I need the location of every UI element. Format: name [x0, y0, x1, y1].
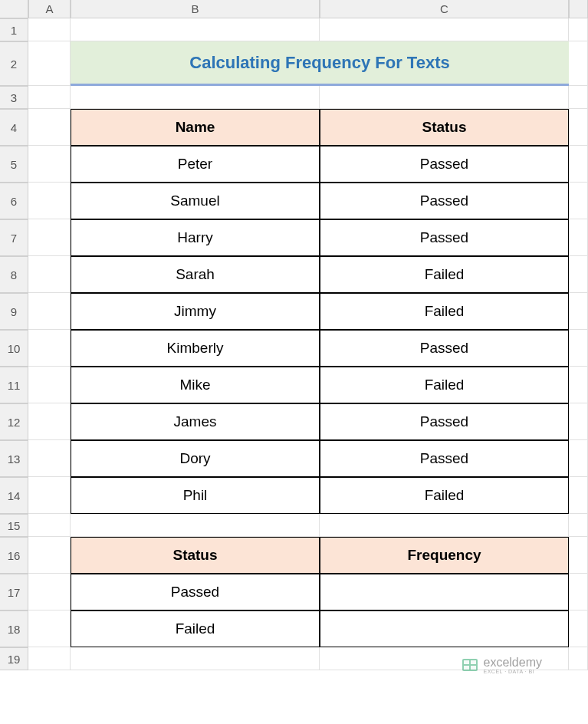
cell-D9[interactable] — [569, 293, 588, 330]
cell-A10[interactable] — [28, 330, 71, 367]
cell-A6[interactable] — [28, 183, 71, 219]
table-row[interactable]: Passed — [320, 440, 569, 477]
cell-A11[interactable] — [28, 367, 71, 403]
col-header-A[interactable]: A — [28, 0, 71, 18]
cell-D14[interactable] — [569, 477, 588, 514]
table-row[interactable]: Samuel — [71, 183, 320, 219]
table-row[interactable]: Passed — [71, 574, 320, 610]
table-row[interactable]: Sarah — [71, 256, 320, 293]
cell-B19[interactable] — [71, 647, 320, 670]
table-row[interactable]: Passed — [320, 403, 569, 440]
cell-A4[interactable] — [28, 109, 71, 146]
cell-D10[interactable] — [569, 330, 588, 367]
table-row[interactable]: Passed — [320, 330, 569, 367]
cell-D16[interactable] — [569, 537, 588, 574]
row-header-7[interactable]: 7 — [0, 219, 28, 256]
row-header-6[interactable]: 6 — [0, 183, 28, 219]
table-row[interactable]: Kimberly — [71, 330, 320, 367]
cell-A9[interactable] — [28, 293, 71, 330]
table-row[interactable]: Failed — [320, 256, 569, 293]
table1-header-name[interactable]: Name — [71, 109, 320, 146]
table-row[interactable]: Passed — [320, 219, 569, 256]
table-row[interactable]: Mike — [71, 367, 320, 403]
row-header-12[interactable]: 12 — [0, 403, 28, 440]
row-header-14[interactable]: 14 — [0, 477, 28, 514]
select-all-corner[interactable] — [0, 0, 28, 18]
cell-B3[interactable] — [71, 86, 320, 109]
cell-D6[interactable] — [569, 183, 588, 219]
table1-header-status[interactable]: Status — [320, 109, 569, 146]
cell-A7[interactable] — [28, 219, 71, 256]
row-header-4[interactable]: 4 — [0, 109, 28, 146]
col-header-B[interactable]: B — [71, 0, 320, 18]
table2-header-status[interactable]: Status — [71, 537, 320, 574]
cell-B1[interactable] — [71, 18, 320, 41]
cell-A18[interactable] — [28, 610, 71, 647]
cell-A16[interactable] — [28, 537, 71, 574]
cell-D13[interactable] — [569, 440, 588, 477]
cell-C1[interactable] — [320, 18, 569, 41]
cell-D1[interactable] — [569, 18, 588, 41]
row-header-9[interactable]: 9 — [0, 293, 28, 330]
row-header-8[interactable]: 8 — [0, 256, 28, 293]
cell-D17[interactable] — [569, 574, 588, 610]
table-row[interactable]: Dory — [71, 440, 320, 477]
table-row[interactable]: Passed — [320, 183, 569, 219]
table-row[interactable]: Jimmy — [71, 293, 320, 330]
cell-D19[interactable] — [569, 647, 588, 670]
table-row[interactable]: Failed — [320, 367, 569, 403]
cell-A1[interactable] — [28, 18, 71, 41]
table2-header-frequency[interactable]: Frequency — [320, 537, 569, 574]
cell-D2[interactable] — [569, 41, 588, 86]
row-header-11[interactable]: 11 — [0, 367, 28, 403]
cell-D7[interactable] — [569, 219, 588, 256]
row-header-18[interactable]: 18 — [0, 610, 28, 647]
row-header-15[interactable]: 15 — [0, 514, 28, 537]
cell-C15[interactable] — [320, 514, 569, 537]
cell-A12[interactable] — [28, 403, 71, 440]
table-row[interactable] — [320, 574, 569, 610]
svg-rect-2 — [471, 660, 476, 664]
watermark-main: exceldemy — [484, 657, 542, 669]
cell-A15[interactable] — [28, 514, 71, 537]
row-header-3[interactable]: 3 — [0, 86, 28, 109]
cell-D5[interactable] — [569, 146, 588, 183]
row-header-2[interactable]: 2 — [0, 41, 28, 86]
table-row[interactable]: James — [71, 403, 320, 440]
row-header-19[interactable]: 19 — [0, 647, 28, 670]
cell-D3[interactable] — [569, 86, 588, 109]
col-header-extra[interactable] — [569, 0, 588, 18]
table-row[interactable] — [320, 610, 569, 647]
row-header-16[interactable]: 16 — [0, 537, 28, 574]
cell-D12[interactable] — [569, 403, 588, 440]
cell-A5[interactable] — [28, 146, 71, 183]
cell-A2[interactable] — [28, 41, 71, 86]
row-header-1[interactable]: 1 — [0, 18, 28, 41]
table-row[interactable]: Harry — [71, 219, 320, 256]
cell-D11[interactable] — [569, 367, 588, 403]
table-row[interactable]: Peter — [71, 146, 320, 183]
cell-D4[interactable] — [569, 109, 588, 146]
title-cell[interactable]: Calculating Frequency For Texts — [71, 41, 569, 86]
table-row[interactable]: Failed — [71, 610, 320, 647]
table-row[interactable]: Failed — [320, 477, 569, 514]
cell-A19[interactable] — [28, 647, 71, 670]
cell-A14[interactable] — [28, 477, 71, 514]
table-row[interactable]: Passed — [320, 146, 569, 183]
cell-D8[interactable] — [569, 256, 588, 293]
row-header-13[interactable]: 13 — [0, 440, 28, 477]
row-header-17[interactable]: 17 — [0, 574, 28, 610]
row-header-5[interactable]: 5 — [0, 146, 28, 183]
table-row[interactable]: Phil — [71, 477, 320, 514]
cell-A3[interactable] — [28, 86, 71, 109]
table-row[interactable]: Failed — [320, 293, 569, 330]
col-header-C[interactable]: C — [320, 0, 569, 18]
cell-D18[interactable] — [569, 610, 588, 647]
cell-C3[interactable] — [320, 86, 569, 109]
cell-B15[interactable] — [71, 514, 320, 537]
cell-D15[interactable] — [569, 514, 588, 537]
cell-A17[interactable] — [28, 574, 71, 610]
cell-A8[interactable] — [28, 256, 71, 293]
cell-A13[interactable] — [28, 440, 71, 477]
row-header-10[interactable]: 10 — [0, 330, 28, 367]
